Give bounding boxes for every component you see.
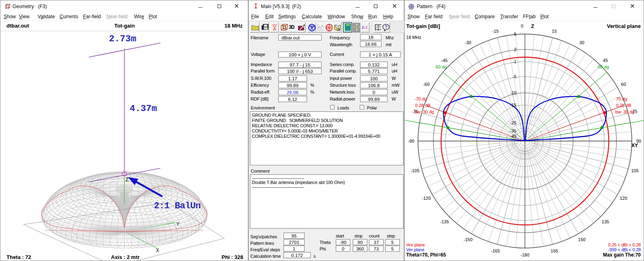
svg-text:-45: -45 — [441, 58, 448, 63]
svg-text:-150: -150 — [463, 237, 472, 242]
svg-text:60: 60 — [621, 82, 626, 87]
svg-text:70 dg: 70 dg — [616, 96, 627, 101]
svg-text:0.28 dB: 0.28 dB — [616, 103, 631, 108]
svg-text:4.37m: 4.37m — [130, 103, 157, 114]
svg-text:-10: -10 — [510, 90, 516, 95]
svg-text:45: 45 — [603, 58, 608, 63]
svg-text:-25: -25 — [510, 120, 516, 125]
svg-text:105: 105 — [631, 168, 638, 173]
svg-text:-70 dg: -70 dg — [414, 96, 427, 101]
svg-text:-120: -120 — [422, 196, 431, 201]
svg-text:-60: -60 — [423, 82, 430, 87]
svg-text:-5: -5 — [512, 74, 516, 79]
svg-text:-15: -15 — [492, 29, 499, 34]
svg-text:120: 120 — [620, 196, 627, 201]
svg-text:-90: -90 — [408, 139, 414, 143]
svg-text:-45: -45 — [510, 134, 516, 139]
svg-text:2: 2 — [514, 47, 516, 52]
svg-text:Z: Z — [531, 24, 534, 29]
svg-text:?: ? — [385, 24, 388, 30]
svg-text:135: 135 — [602, 219, 609, 224]
svg-text:-135: -135 — [440, 219, 449, 224]
svg-text:0: 0 — [521, 24, 523, 28]
svg-text:Y: Y — [176, 221, 179, 227]
svg-text:bw: 30 dg: bw: 30 dg — [415, 109, 434, 114]
svg-text:150: 150 — [578, 237, 585, 242]
svg-text:50 dg: 50 dg — [598, 64, 609, 69]
svg-text:2:1 BalUn: 2:1 BalUn — [154, 201, 200, 211]
svg-text:-15: -15 — [510, 103, 516, 107]
svg-text:Z: Z — [126, 177, 128, 182]
svg-text:-50 dg: -50 dg — [434, 64, 447, 69]
svg-text:30: 30 — [579, 40, 584, 45]
svg-text:bw: 30 dg: bw: 30 dg — [615, 109, 635, 114]
svg-text:165: 165 — [551, 248, 558, 253]
svg-text:-105: -105 — [411, 168, 420, 173]
svg-text:-165: -165 — [491, 248, 500, 253]
svg-text:15: 15 — [552, 29, 557, 34]
svg-text:-30: -30 — [465, 40, 471, 45]
svg-text:0.28 dB: 0.28 dB — [415, 103, 431, 108]
svg-text:5: 5 — [514, 32, 516, 36]
svg-text:-35: -35 — [510, 128, 516, 133]
svg-text:XY: XY — [631, 143, 638, 148]
svg-text:-180: -180 — [520, 252, 529, 257]
svg-text:2.73m: 2.73m — [109, 34, 136, 44]
svg-text:X: X — [156, 248, 159, 253]
svg-text:2: 2 — [338, 28, 340, 32]
svg-text:-1: -1 — [512, 59, 516, 64]
